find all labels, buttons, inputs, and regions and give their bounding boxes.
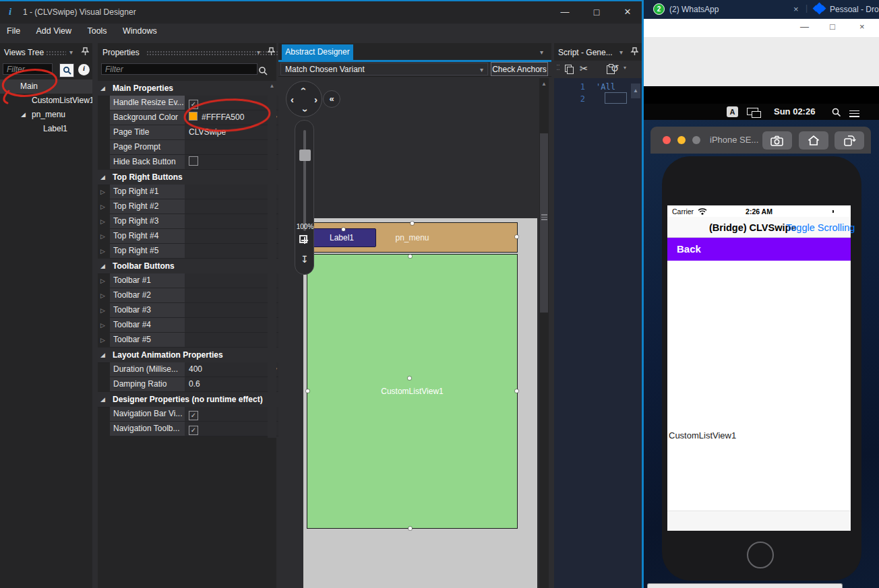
tab-abstract-designer[interactable]: Abstract Designer xyxy=(282,44,353,60)
search-icon[interactable] xyxy=(258,66,268,75)
collapsed-icon[interactable]: ▷ xyxy=(100,288,105,303)
property-row-top-right-5[interactable]: ▷Top Right #5 xyxy=(98,244,276,259)
maximize-button[interactable]: □ xyxy=(830,22,835,32)
menu-windows[interactable]: Windows xyxy=(116,24,164,38)
designer-view-label1[interactable]: Label1 xyxy=(307,228,376,247)
listview-content[interactable]: CustomListView1 xyxy=(667,261,851,511)
property-row-navigation-bar-vi[interactable]: Navigation Bar Vi...✓ xyxy=(98,407,276,422)
pan-right-icon[interactable]: › xyxy=(314,95,317,104)
tree-item-customlistview1[interactable]: CustomListView1 xyxy=(0,94,92,108)
property-row-toolbar-2[interactable]: ▷Toolbar #2 xyxy=(98,288,276,303)
views-filter-input[interactable] xyxy=(3,63,53,75)
property-row-handle-resize-ev[interactable]: Handle Resize Ev...✓ xyxy=(98,96,276,110)
home-button[interactable] xyxy=(799,131,828,150)
designer-canvas[interactable]: pn_menu Label1 CustomListView1 ‹ › xyxy=(278,77,551,588)
zoom-slider-track[interactable] xyxy=(303,130,306,231)
property-category-main-properties[interactable]: ◢Main Properties xyxy=(98,81,276,96)
scroll-up-icon[interactable]: ▲ xyxy=(631,84,640,98)
property-value[interactable]: ✓ xyxy=(185,96,280,110)
notification-list-icon[interactable] xyxy=(849,108,859,119)
property-row-hide-back-button[interactable]: Hide Back Button xyxy=(98,155,276,170)
menu-bar-clock[interactable]: Sun 02:26 xyxy=(774,106,815,117)
mac-zoom-button[interactable] xyxy=(692,136,700,144)
spotlight-icon[interactable] xyxy=(832,108,841,117)
scrollbar-thumb[interactable] xyxy=(540,133,548,313)
pan-down-icon[interactable]: ‹ xyxy=(299,109,309,112)
property-value[interactable] xyxy=(185,155,280,170)
designer-view-customlistview1[interactable]: CustomListView1 xyxy=(307,254,518,529)
expanded-icon[interactable]: ◢ xyxy=(100,81,105,96)
menu-tools[interactable]: Tools xyxy=(80,24,113,38)
property-row-top-right-2[interactable]: ▷Top Right #2 xyxy=(98,199,276,214)
anchor-dot[interactable] xyxy=(306,389,309,393)
property-row-page-prompt[interactable]: Page Prompt xyxy=(98,140,276,155)
property-value[interactable] xyxy=(185,318,280,333)
property-row-toolbar-3[interactable]: ▷Toolbar #3 xyxy=(98,303,276,318)
property-value[interactable] xyxy=(185,140,280,155)
zoom-slider-thumb[interactable] xyxy=(299,150,311,161)
scroll-up-icon[interactable]: ▲ xyxy=(268,81,276,89)
variant-selector[interactable]: Match Chosen Variant ▾ xyxy=(280,63,488,75)
fit-to-screen-icon[interactable] xyxy=(299,235,307,243)
pin-icon[interactable] xyxy=(267,47,275,59)
script-editor[interactable]: 1'All2 ▲ xyxy=(554,78,642,588)
mac-close-button[interactable] xyxy=(663,136,671,144)
minimize-button[interactable]: — xyxy=(555,5,575,20)
menu-add-view[interactable]: Add View xyxy=(30,24,79,38)
device-home-button[interactable] xyxy=(747,542,774,568)
export-layout-icon[interactable]: ↧ xyxy=(301,254,309,265)
property-category-toolbar-buttons[interactable]: ◢Toolbar Buttons xyxy=(98,259,276,274)
property-value[interactable]: CLVSwipe xyxy=(185,125,280,140)
property-value[interactable] xyxy=(185,229,280,244)
property-row-toolbar-1[interactable]: ▷Toolbar #1 xyxy=(98,273,276,288)
property-value[interactable] xyxy=(185,303,280,318)
collapsed-icon[interactable]: ▷ xyxy=(100,199,105,214)
property-row-toolbar-4[interactable]: ▷Toolbar #4 xyxy=(98,318,276,333)
property-value[interactable]: ✓ xyxy=(185,422,280,436)
simulator-titlebar[interactable]: iPhone SE... xyxy=(650,127,871,154)
tree-item-main[interactable]: Main xyxy=(0,79,92,94)
screenshot-button[interactable] xyxy=(762,131,792,150)
property-value[interactable] xyxy=(185,185,280,199)
property-value[interactable]: ✓ xyxy=(185,407,280,422)
collapsed-icon[interactable]: ▷ xyxy=(100,229,105,244)
tree-item-pn-menu[interactable]: ◢pn_menu xyxy=(0,108,92,122)
properties-filter-input[interactable] xyxy=(101,63,257,75)
collapsed-icon[interactable]: ▷ xyxy=(100,333,105,348)
checkbox[interactable]: ✓ xyxy=(189,426,198,435)
scroll-up-icon[interactable]: ▲ xyxy=(539,78,549,87)
minimize-button[interactable]: — xyxy=(800,22,809,32)
pan-left-icon[interactable]: ‹ xyxy=(291,95,294,104)
property-category-layout-animation-properties[interactable]: ◢Layout Animation Properties xyxy=(98,348,276,363)
properties-scrollbar[interactable]: ▲ xyxy=(268,81,276,438)
copy-icon[interactable] xyxy=(565,65,574,73)
cut-icon[interactable]: ✂ xyxy=(580,63,588,75)
views-search-button[interactable] xyxy=(59,63,74,77)
input-source-icon[interactable]: A xyxy=(727,106,738,117)
anchor-dot[interactable] xyxy=(408,255,412,258)
property-value[interactable] xyxy=(185,199,280,214)
property-value[interactable] xyxy=(185,244,280,259)
close-button[interactable]: × xyxy=(859,22,865,32)
back-button[interactable]: Back xyxy=(677,243,701,255)
toolbar-grip[interactable]: ⁚⁚ xyxy=(556,63,559,72)
anchor-dot[interactable] xyxy=(411,222,414,225)
collapsed-icon[interactable]: ▷ xyxy=(100,244,105,259)
property-value[interactable] xyxy=(185,273,280,288)
collapsed-icon[interactable]: ▷ xyxy=(100,185,105,199)
rotate-button[interactable] xyxy=(835,131,864,150)
expanded-icon[interactable]: ◢ xyxy=(100,392,105,407)
tab-whatsapp[interactable]: (2) WhatsApp xyxy=(669,5,719,14)
property-row-navigation-toolb[interactable]: Navigation Toolb...✓ xyxy=(98,422,276,436)
property-value[interactable] xyxy=(185,333,280,348)
checkbox[interactable]: ✓ xyxy=(189,100,198,109)
expanded-icon[interactable]: ◢ xyxy=(100,170,105,185)
pan-control[interactable]: ‹ › ‹ ‹ xyxy=(286,81,322,117)
pin-icon[interactable] xyxy=(630,47,638,59)
property-row-top-right-3[interactable]: ▷Top Right #3 xyxy=(98,214,276,229)
property-row-toolbar-5[interactable]: ▷Toolbar #5 xyxy=(98,333,276,348)
tab-list-icon[interactable]: ▾ xyxy=(540,48,543,56)
anchor-dot[interactable] xyxy=(515,389,518,393)
undo-icon[interactable]: ↺ xyxy=(611,63,619,75)
canvas-scrollbar[interactable]: ▲ xyxy=(539,78,549,588)
